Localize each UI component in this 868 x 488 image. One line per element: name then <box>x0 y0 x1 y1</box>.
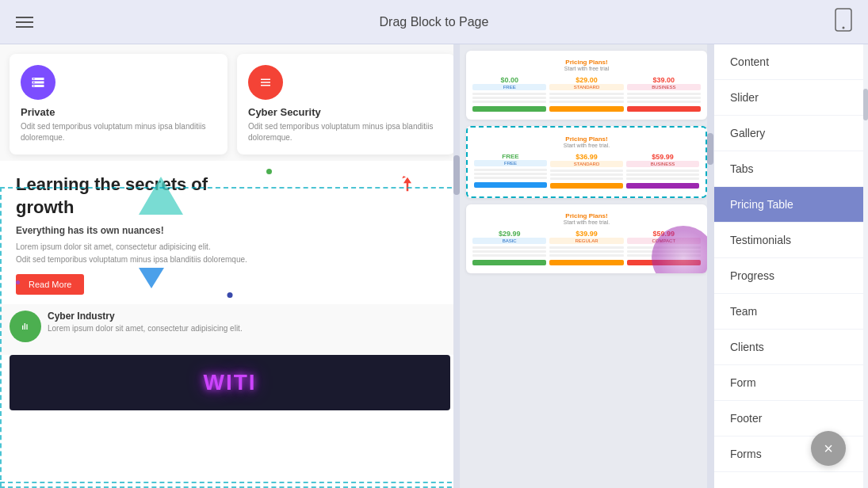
pb2-cols: FREE FREE $36.99 STANDARD <box>474 153 699 189</box>
card-private-text: Odit sed temporibus voluptatum minus ips… <box>21 121 216 143</box>
sidebar-item-pricing-table[interactable]: Pricing Table <box>714 187 868 223</box>
card-private: Private Odit sed temporibus voluptatum m… <box>10 54 228 154</box>
green-dot <box>266 169 272 174</box>
pb1-col-2: $29.00 STANDARD <box>549 76 623 112</box>
pricing-scrollbar-thumb <box>707 133 713 165</box>
pb3-title: Pricing Plans! <box>472 212 701 219</box>
pb3-subtitle: Start with free trial. <box>472 219 701 225</box>
pb3-col-1: $29.99 BASIC <box>472 230 546 265</box>
sidebar-item-slider[interactable]: Slider <box>714 80 868 116</box>
sidebar-item-footer[interactable]: Footer <box>714 401 868 437</box>
pricing-block-2[interactable]: Pricing Plans! Start with free trial. FR… <box>466 126 707 198</box>
hero-title: Learning the secrets of growth <box>16 173 251 219</box>
pricing-block-1[interactable]: Pricing Plans! Start with free trial $0.… <box>466 51 707 120</box>
pb1-col-1: $0.00 FREE <box>472 76 546 112</box>
card-icon-cybersec <box>248 65 283 100</box>
bottom-image: WITI <box>10 355 450 410</box>
indigo-dot <box>228 292 233 298</box>
pb2-col-2: $36.99 STANDARD <box>550 153 623 189</box>
card-industry-text: Lorem ipsum dolor sit amet, consectetur … <box>48 324 243 333</box>
sidebar-item-form[interactable]: Form <box>714 365 868 401</box>
right-panel: Content Slider Gallery Tabs Pricing Tabl… <box>713 44 868 488</box>
hero-section: Learning the secrets of growth Everythin… <box>0 161 460 304</box>
pricing-block-3[interactable]: Pricing Plans! Start with free trial. $2… <box>466 204 707 273</box>
svg-point-1 <box>843 27 845 29</box>
card-icon-industry <box>10 311 41 342</box>
panel-scrollbar-thumb <box>863 89 868 120</box>
selection-border-bottom <box>0 482 460 488</box>
panel-scroll: Content Slider Gallery Tabs Pricing Tabl… <box>714 44 868 488</box>
sidebar-item-tabs[interactable]: Tabs <box>714 151 868 187</box>
panel-scrollbar[interactable] <box>863 44 868 488</box>
sidebar-item-progress[interactable]: Progress <box>714 258 868 294</box>
pb2-col-3: $59.99 BUSINESS <box>626 153 699 189</box>
sidebar-item-team[interactable]: Team <box>714 294 868 330</box>
canvas-scrollbar[interactable] <box>453 44 460 488</box>
blue-triangle <box>139 268 164 288</box>
close-button[interactable]: × <box>811 431 846 466</box>
card-cybersec-title: Cyber Security <box>248 106 444 118</box>
card-industry-title: Cyber Industry <box>48 311 243 322</box>
pb1-title: Pricing Plans! <box>472 59 701 66</box>
arrow-icon <box>392 172 425 207</box>
card-industry: Cyber Industry Lorem ipsum dolor sit ame… <box>0 304 460 355</box>
canvas-scrollbar-thumb <box>453 155 460 195</box>
pricing-preview-column: Pricing Plans! Start with free trial $0.… <box>460 44 713 488</box>
card-cybersec-text: Odit sed temporibus voluptatum minus ips… <box>248 121 444 143</box>
device-icon[interactable] <box>835 8 852 36</box>
read-more-button[interactable]: Read More <box>16 274 84 295</box>
card-icon-private <box>21 65 55 100</box>
sidebar-item-forms[interactable]: Forms <box>714 437 868 472</box>
page-title: Drag Block to Page <box>49 15 819 29</box>
sidebar-item-gallery[interactable]: Gallery <box>714 116 868 151</box>
canvas-area: Private Odit sed temporibus voluptatum m… <box>0 44 713 488</box>
page-preview: Private Odit sed temporibus voluptatum m… <box>0 44 460 488</box>
sidebar-item-clients[interactable]: Clients <box>714 330 868 365</box>
pricing-block-2-wrapper: Pricing Plans! Start with free trial. FR… <box>466 126 707 198</box>
teal-shape <box>139 177 183 215</box>
pb1-subtitle: Start with free trial <box>472 66 701 71</box>
hero-body: Lorem ipsum dolor sit amet, consectetur … <box>16 241 264 266</box>
sidebar-item-testimonials[interactable]: Testimonials <box>714 223 868 258</box>
hero-subtitle: Everything has its own nuances! <box>16 225 444 236</box>
top-bar: Drag Block to Page <box>0 0 868 44</box>
pb2-title: Pricing Plans! <box>474 135 699 143</box>
pricing-scrollbar[interactable] <box>707 44 713 488</box>
main-content: Private Odit sed temporibus voluptatum m… <box>0 44 868 488</box>
hamburger-icon[interactable] <box>16 17 33 28</box>
pb2-subtitle: Start with free trial. <box>474 143 699 148</box>
pb1-cols: $0.00 FREE $29.00 STANDARD <box>472 76 701 112</box>
svg-marker-2 <box>401 175 406 178</box>
sidebar-item-content[interactable]: Content <box>714 44 868 80</box>
pb2-col-1: FREE FREE <box>474 153 547 189</box>
card-private-title: Private <box>21 106 216 118</box>
pb1-col-3: $39.00 BUSINESS <box>627 76 701 112</box>
pb3-col-2: $39.99 REGULAR <box>549 230 623 265</box>
card-cybersec: Cyber Security Odit sed temporibus volup… <box>237 54 455 154</box>
